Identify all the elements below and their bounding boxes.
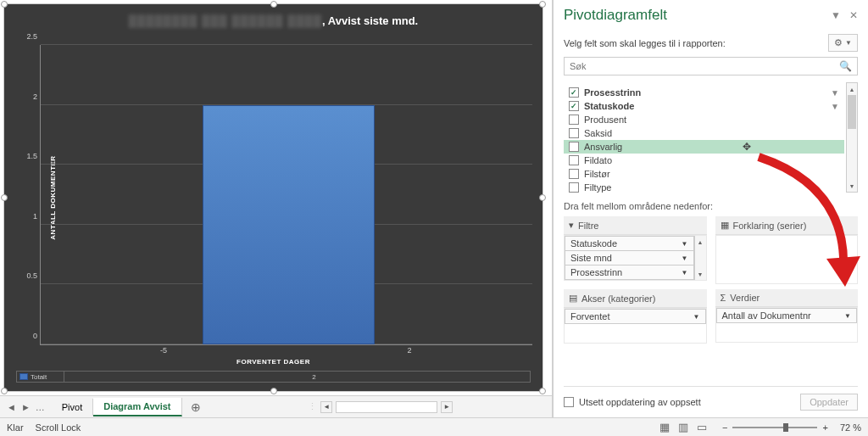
y-tick: 2 xyxy=(33,92,37,101)
area-header-label: Filtre xyxy=(578,221,598,231)
funnel-icon: ▾ xyxy=(569,220,574,231)
field-prosesstrinn[interactable]: ✓ Prosesstrinn ▼ xyxy=(564,86,844,99)
resize-handle[interactable] xyxy=(539,1,546,8)
x-axis-label: FORVENTET DAGER xyxy=(236,358,310,366)
checkbox-icon[interactable] xyxy=(569,115,579,125)
legend-area-icon: ▦ xyxy=(721,220,729,231)
gear-icon: ⚙ xyxy=(834,37,843,48)
checkbox-icon[interactable]: ✓ xyxy=(569,101,579,111)
tab-nav-prev-icon[interactable]: ◄ xyxy=(7,402,16,412)
resize-handle[interactable] xyxy=(270,1,277,8)
field-label: Filtype xyxy=(584,182,611,193)
area-filters[interactable]: ▾Filtre Statuskode▼ Siste mnd▼ Prosesstr… xyxy=(564,216,707,284)
search-icon[interactable]: 🔍 xyxy=(839,60,852,72)
resize-handle[interactable] xyxy=(1,194,8,201)
field-label: Fildato xyxy=(584,155,612,165)
chevron-down-icon: ▼ xyxy=(845,39,852,47)
filter-item[interactable]: Statuskode▼ xyxy=(565,236,694,251)
resize-handle[interactable] xyxy=(1,1,8,8)
checkbox-icon[interactable] xyxy=(569,128,579,138)
field-ansvarlig[interactable]: Ansvarlig ✥ xyxy=(564,140,844,154)
area-axes[interactable]: ▤Akser (kategorier) Forventet▼ xyxy=(564,289,707,344)
zoom-track[interactable] xyxy=(732,427,817,428)
panel-close-icon[interactable]: ✕ xyxy=(849,9,858,21)
status-scroll-lock: Scroll Lock xyxy=(36,422,81,433)
sheet-tab-diagram-avvist[interactable]: Diagram Avvist xyxy=(93,398,181,416)
defer-layout-checkbox[interactable]: Utsett oppdatering av oppsett xyxy=(564,397,701,407)
tab-nav-more[interactable]: … xyxy=(36,402,45,412)
zoom-slider[interactable]: − + xyxy=(722,422,828,433)
resize-handle[interactable] xyxy=(539,388,546,394)
chevron-down-icon: ▼ xyxy=(682,254,688,262)
area-legend[interactable]: ▦Forklaring (serier) xyxy=(715,216,859,284)
zoom-in-button[interactable]: + xyxy=(822,422,827,433)
plot-area: 0 0.5 1 1.5 2 2.5 -5 2 xyxy=(40,45,532,345)
view-page-break-icon[interactable]: ▭ xyxy=(693,421,710,434)
area-values[interactable]: ΣVerdier Antall av Dokumentnr▼ xyxy=(715,289,859,344)
field-label: Statuskode xyxy=(584,101,634,111)
x-tick: 2 xyxy=(407,346,411,355)
add-sheet-button[interactable]: ⊕ xyxy=(182,400,209,414)
axis-item[interactable]: Forventet▼ xyxy=(565,309,706,324)
field-statuskode[interactable]: ✓ Statuskode ▼ xyxy=(564,99,844,113)
field-label: Produsent xyxy=(584,115,626,125)
sigma-icon: Σ xyxy=(721,293,726,303)
tab-nav-next-icon[interactable]: ► xyxy=(21,402,31,412)
filter-icon[interactable]: ▼ xyxy=(831,88,839,98)
field-produsent[interactable]: Produsent xyxy=(564,113,844,126)
chart-legend[interactable]: Totalt 2 xyxy=(16,371,531,383)
resize-handle[interactable] xyxy=(1,388,8,394)
chevron-down-icon: ▼ xyxy=(844,312,851,320)
zoom-thumb[interactable] xyxy=(783,423,788,432)
y-tick: 0.5 xyxy=(26,271,37,280)
legend-value: 2 xyxy=(98,373,530,381)
status-ready: Klar xyxy=(7,422,24,433)
scroll-down-icon[interactable]: ▼ xyxy=(695,268,706,280)
y-tick: 1.5 xyxy=(26,152,37,160)
pivot-chart-fields-panel: Pivotdiagramfelt ▼ ✕ Velg felt som skal … xyxy=(553,0,868,417)
field-filtype[interactable]: Filtype xyxy=(564,181,844,193)
checkbox-icon[interactable] xyxy=(569,142,579,152)
checkbox-icon[interactable] xyxy=(569,182,579,193)
pivot-chart[interactable]: ████████ ███ ██████ ████, Avvist siste m… xyxy=(3,3,543,392)
search-input[interactable] xyxy=(570,61,839,71)
bar[interactable] xyxy=(203,105,375,344)
filter-item[interactable]: Prosesstrinn▼ xyxy=(565,266,694,280)
field-list: ✓ Prosesstrinn ▼ ✓ Statuskode ▼ Produsen… xyxy=(564,82,844,193)
field-fildato[interactable]: Fildato xyxy=(564,154,844,167)
checkbox-icon[interactable] xyxy=(569,155,579,165)
zoom-out-button[interactable]: − xyxy=(722,422,727,433)
checkbox-icon[interactable] xyxy=(569,169,579,179)
panel-dropdown-icon[interactable]: ▼ xyxy=(831,9,841,21)
zoom-level[interactable]: 72 % xyxy=(840,422,861,433)
field-saksid[interactable]: Saksid xyxy=(564,126,844,140)
sheet-tab-pivot[interactable]: Pivot xyxy=(52,399,93,416)
field-filstor[interactable]: Filstør xyxy=(564,167,844,181)
checkbox-icon[interactable] xyxy=(564,397,574,407)
filter-scrollbar[interactable]: ▲ ▼ xyxy=(694,236,706,280)
view-normal-icon[interactable]: ▦ xyxy=(656,421,673,434)
filter-item[interactable]: Siste mnd▼ xyxy=(565,251,694,266)
search-field[interactable]: 🔍 xyxy=(564,57,858,75)
filter-icon[interactable]: ▼ xyxy=(831,102,839,111)
scrollbar-thumb[interactable] xyxy=(848,95,856,129)
update-button[interactable]: Oppdater xyxy=(800,394,858,411)
status-bar: Klar Scroll Lock ▦ ▥ ▭ − + 72 % xyxy=(0,417,868,436)
checkbox-icon[interactable]: ✓ xyxy=(569,87,579,98)
area-header-label: Verdier xyxy=(730,293,760,303)
legend-swatch xyxy=(19,373,28,380)
resize-handle[interactable] xyxy=(539,194,546,201)
scroll-up-icon[interactable]: ▲ xyxy=(695,236,706,248)
value-item[interactable]: Antall av Dokumentnr▼ xyxy=(716,308,858,323)
field-list-scrollbar[interactable]: ▲ ▼ xyxy=(846,82,858,193)
view-page-layout-icon[interactable]: ▥ xyxy=(675,421,692,434)
scroll-down-icon[interactable]: ▼ xyxy=(847,180,857,192)
panel-tools-button[interactable]: ⚙ ▼ xyxy=(828,34,858,52)
scroll-up-icon[interactable]: ▲ xyxy=(847,83,857,95)
hscroll-bar[interactable] xyxy=(336,401,437,413)
chart-title[interactable]: ████████ ███ ██████ ████, Avvist siste m… xyxy=(4,4,542,31)
resize-handle[interactable] xyxy=(270,388,277,394)
chevron-down-icon: ▼ xyxy=(693,313,700,321)
hscroll-right-icon[interactable]: ► xyxy=(441,401,453,413)
hscroll-left-icon[interactable]: ◄ xyxy=(320,401,332,413)
